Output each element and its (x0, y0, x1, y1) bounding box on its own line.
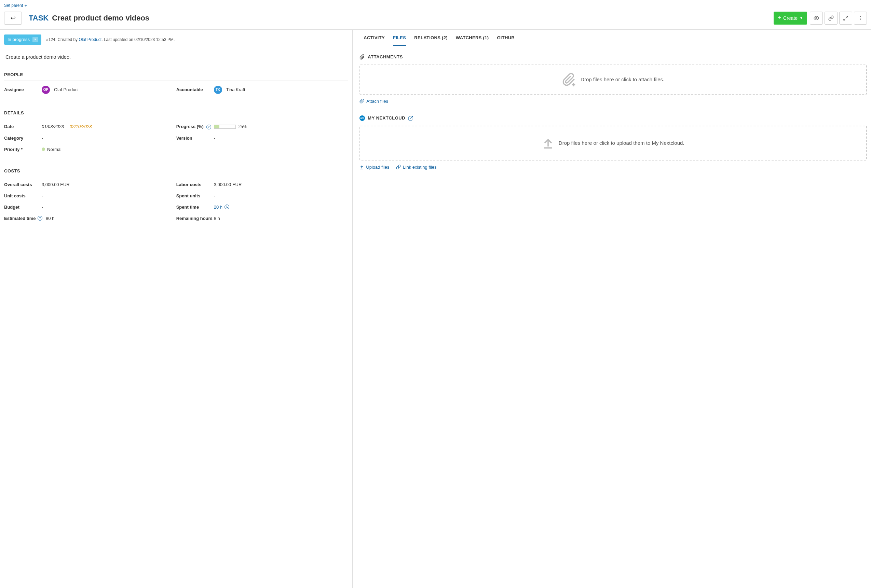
dropzone-text: Drop files here or click to upload them … (559, 140, 684, 146)
clock-icon[interactable] (224, 204, 229, 209)
overall-costs-label: Overall costs (4, 182, 42, 187)
nextcloud-title: MY NEXTCLOUD (359, 115, 867, 121)
progress-value[interactable]: 25% (214, 124, 349, 129)
tab-activity[interactable]: ACTIVITY (364, 35, 385, 46)
accountable-label: Accountable (176, 87, 214, 92)
date-sep: - (66, 124, 67, 129)
tab-github[interactable]: GITHUB (497, 35, 515, 46)
section-title-costs: COSTS (4, 166, 348, 177)
upload-files-link[interactable]: Upload files (359, 164, 389, 170)
task-title[interactable]: Creat product demo videos (52, 13, 149, 22)
category-label: Category (4, 136, 42, 141)
help-icon[interactable]: ? (207, 125, 211, 130)
upload-icon (359, 165, 364, 169)
attachments-dropzone[interactable]: Drop files here or click to attach files… (359, 64, 867, 95)
plus-icon: + (24, 3, 27, 8)
progress-percent: 25% (238, 124, 247, 129)
avatar: TK (214, 86, 222, 94)
eye-icon (814, 15, 819, 21)
priority-dot-icon (42, 148, 45, 151)
estimated-time-value[interactable]: 80 h (46, 216, 176, 221)
labor-costs-value[interactable]: 3,000.00 EUR (214, 182, 349, 187)
costs-section: COSTS Overall costs 3,000.00 EUR Labor c… (4, 166, 348, 227)
nextcloud-icon (359, 115, 365, 121)
author-link[interactable]: Olaf Product (79, 37, 102, 42)
create-label: Create (783, 15, 798, 21)
section-title-details: DETAILS (4, 108, 348, 119)
task-type: TASK (29, 13, 48, 22)
priority-text: Normal (47, 147, 61, 152)
external-link-icon[interactable] (408, 115, 413, 121)
status-label: In progress (7, 37, 30, 42)
expand-icon (843, 15, 849, 21)
spent-time-label: Spent time (176, 204, 214, 210)
accountable-name: Tina Kraft (226, 87, 245, 92)
attach-files-link[interactable]: Attach files (359, 98, 388, 104)
set-parent-link[interactable]: Set parent + (4, 3, 27, 8)
description[interactable]: Create a product demo video. (4, 49, 348, 70)
upload-icon (542, 137, 554, 149)
tab-files[interactable]: FILES (393, 35, 406, 46)
avatar: OP (42, 86, 50, 94)
paperclip-icon (359, 54, 365, 60)
svg-point-7 (362, 117, 363, 119)
accountable-value[interactable]: TK Tina Kraft (214, 86, 349, 94)
section-title-people: PEOPLE (4, 70, 348, 81)
priority-value[interactable]: Normal (42, 147, 176, 152)
date-label: Date (4, 124, 42, 129)
date-end: 02/10/2023 (69, 124, 91, 129)
remaining-hours-label: Remaining hours (176, 216, 214, 221)
link-icon (396, 164, 401, 169)
left-pane: In progress ▼ #124: Created by Olaf Prod… (0, 30, 353, 588)
help-icon[interactable]: ? (37, 216, 42, 221)
people-section: PEOPLE Assignee OP Olaf Product Accounta… (4, 70, 348, 100)
svg-point-1 (860, 16, 861, 17)
create-button[interactable]: + Create ▼ (774, 12, 807, 25)
spent-time-value[interactable]: 20 h (214, 204, 349, 210)
spent-time-link[interactable]: 20 h (214, 204, 223, 210)
plus-icon: + (778, 14, 781, 21)
paperclip-plus-icon (562, 73, 576, 87)
dropzone-text: Drop files here or click to attach files… (581, 76, 664, 82)
svg-point-8 (363, 118, 364, 118)
progress-bar (214, 125, 236, 129)
link-files-link[interactable]: Link existing files (396, 164, 436, 170)
version-value[interactable]: - (214, 136, 349, 141)
attachments-title: ATTACHMENTS (359, 54, 867, 60)
date-start: 01/03/2023 (42, 124, 64, 129)
category-value[interactable]: - (42, 136, 176, 141)
meta-prefix: #124: Created by (46, 37, 79, 42)
assignee-value[interactable]: OP Olaf Product (42, 86, 176, 94)
budget-value[interactable]: - (42, 204, 176, 210)
svg-point-3 (860, 19, 861, 20)
back-button[interactable]: ↩ (4, 12, 22, 25)
budget-label: Budget (4, 204, 42, 210)
tab-relations[interactable]: RELATIONS (2) (414, 35, 447, 46)
remaining-hours-value[interactable]: 8 h (214, 216, 349, 221)
status-row: In progress ▼ #124: Created by Olaf Prod… (4, 30, 348, 49)
estimated-time-label: Estimated time (4, 216, 36, 221)
fullscreen-button[interactable] (839, 12, 852, 25)
unit-costs-value[interactable]: - (42, 193, 176, 198)
header: ↩ TASK Creat product demo videos + Creat… (0, 8, 871, 30)
dots-vertical-icon (858, 15, 863, 21)
svg-point-2 (860, 18, 861, 18)
more-button[interactable] (854, 12, 867, 25)
status-dropdown[interactable]: In progress ▼ (4, 34, 41, 45)
meta-suffix: . Last updated on 02/10/2023 12:53 PM. (102, 37, 175, 42)
details-section: DETAILS Date 01/03/2023 - 02/10/2023 Pro… (4, 108, 348, 158)
caret-down-icon: ▼ (799, 16, 803, 20)
progress-label: Progress (%) ? (176, 124, 214, 130)
share-button[interactable] (825, 12, 838, 25)
spent-units-value[interactable]: - (214, 193, 349, 198)
meta-text: #124: Created by Olaf Product. Last upda… (46, 37, 175, 42)
nextcloud-dropzone[interactable]: Drop files here or click to upload them … (359, 126, 867, 161)
date-value[interactable]: 01/03/2023 - 02/10/2023 (42, 124, 176, 129)
overall-costs-value[interactable]: 3,000.00 EUR (42, 182, 176, 187)
assignee-name: Olaf Product (54, 87, 79, 92)
unit-costs-label: Unit costs (4, 193, 42, 198)
priority-label: Priority * (4, 147, 42, 152)
svg-point-0 (816, 17, 817, 19)
tab-watchers[interactable]: WATCHERS (1) (456, 35, 489, 46)
watch-button[interactable] (810, 12, 823, 25)
